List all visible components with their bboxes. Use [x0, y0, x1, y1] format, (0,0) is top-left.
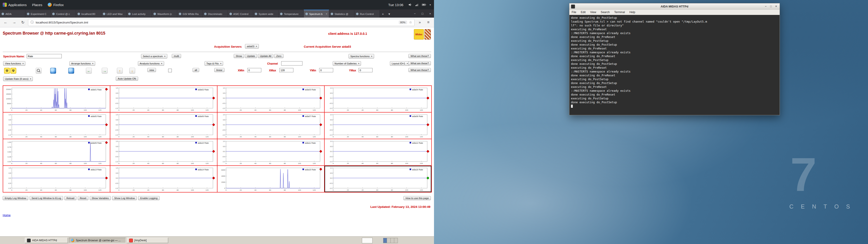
- footer-button[interactable]: Send Log Window to ELog: [30, 196, 63, 200]
- blue-sphere-icon-1[interactable]: [50, 68, 56, 74]
- back-button[interactable]: ←: [2, 19, 9, 26]
- spectra-functions-dropdown[interactable]: Spectra functions ▾: [348, 54, 374, 59]
- browser-tab[interactable]: Waveform (c: [152, 10, 177, 18]
- checkbox[interactable]: [168, 69, 172, 72]
- browser-tab[interactable]: Statistics @: [329, 10, 354, 18]
- terminal-menu-terminal[interactable]: Terminal: [614, 11, 625, 14]
- volume-icon[interactable]: [408, 3, 412, 6]
- ymax-input[interactable]: [359, 68, 373, 72]
- footer-button[interactable]: Show Log Window: [112, 196, 137, 200]
- midas-logo-icon[interactable]: Midas: [414, 29, 424, 39]
- terminal-menu-file[interactable]: File: [572, 11, 576, 14]
- spectrum-chart-aida12[interactable]: 1.00.50.0-0.5-1.0020406080100120aida12 R…: [324, 139, 432, 165]
- spectrum-chart-aida14[interactable]: 1.00.50.0-0.5-1.0020406080100120aida14 R…: [110, 165, 217, 192]
- footer-button[interactable]: Empty Log Window: [3, 196, 28, 200]
- multi-button[interactable]: multi: [172, 54, 181, 58]
- acquisition-server-select[interactable]: aida03 ▾: [245, 44, 259, 49]
- home-link[interactable]: Home: [3, 214, 11, 217]
- browser-tab[interactable]: System wide: [253, 10, 278, 18]
- reload-button[interactable]: ↻: [20, 19, 26, 26]
- what-are-these-button-3[interactable]: What are these?: [408, 68, 431, 72]
- xmin-input[interactable]: [247, 68, 261, 72]
- forward-button[interactable]: →: [11, 19, 18, 26]
- close-button[interactable]: ×: [426, 9, 434, 18]
- hamburger-menu-icon[interactable]: ≡: [425, 19, 432, 26]
- layout-id-dropdown[interactable]: Layout ID=1▾: [390, 61, 410, 66]
- browser-tab[interactable]: localhost:80: [76, 10, 101, 18]
- zoom-icon[interactable]: [36, 68, 41, 74]
- terminal-window[interactable]: AIDA MIDAS HTTPd − □ × FileEditViewSearc…: [569, 3, 780, 115]
- spectrum-chart-aida07[interactable]: 1.00.50.0-0.5-1.0020406080100120aida07 R…: [217, 112, 324, 139]
- update-all-button[interactable]: Update All: [258, 54, 273, 58]
- browser-tab[interactable]: GSI White Ra: [177, 10, 203, 18]
- browser-tab[interactable]: AIDA: [0, 10, 25, 18]
- tags-fits-dropdown[interactable]: Tags & Fits▾: [205, 61, 223, 66]
- workspace-3[interactable]: [391, 238, 394, 243]
- move-down-icon[interactable]: ↓: [129, 68, 135, 74]
- url-text[interactable]: localhost:8015/Spectrum/Spectrum.tml: [36, 21, 397, 24]
- view-functions-dropdown[interactable]: View functions▾: [3, 61, 25, 66]
- panel-caret-icon[interactable]: ▾: [430, 3, 431, 6]
- site-info-icon[interactable]: ⓘ: [31, 20, 34, 24]
- zero-button[interactable]: Zero: [274, 54, 283, 58]
- tab-close-icon[interactable]: ×: [325, 12, 327, 16]
- show-button[interactable]: Show: [234, 54, 244, 58]
- firefox-launcher[interactable]: Firefox: [45, 0, 66, 9]
- what-are-these-button-1[interactable]: What are these?: [408, 54, 431, 58]
- applications-menu[interactable]: Applications: [0, 0, 29, 9]
- browser-tab[interactable]: Discriminato: [203, 10, 228, 18]
- ymin-input[interactable]: [319, 68, 333, 72]
- how-to-use-button[interactable]: How to use this page: [403, 196, 431, 200]
- workspace-1[interactable]: [383, 238, 387, 243]
- spectrum-chart-aida01[interactable]: 20000150001000050000020406080100120aida0…: [3, 86, 110, 112]
- terminal-titlebar[interactable]: AIDA MIDAS HTTPd − □ ×: [569, 3, 780, 9]
- footer-button[interactable]: Reload: [64, 196, 76, 200]
- auto-update-button[interactable]: Auto Update ON: [116, 77, 138, 81]
- spectrum-chart-aida03[interactable]: 1.00.50.0-0.5-1.0020406080100120aida03 R…: [217, 86, 324, 112]
- spectrum-chart-aida10[interactable]: 1.00.50.0-0.5-1.0020406080100120aida10 R…: [110, 139, 217, 165]
- spectrum-chart-aida06[interactable]: 1.00.50.0-0.5-1.0020406080100120aida06 R…: [110, 112, 217, 139]
- next-gallery-icon[interactable]: →: [102, 68, 107, 74]
- url-bar[interactable]: ⓘ localhost:8015/Spectrum/Spectrum.tml 8…: [28, 19, 414, 26]
- new-button[interactable]: new: [147, 68, 156, 72]
- spectrum-chart-aida08[interactable]: 1.00.50.0-0.5-1.0020406080100120aida08 R…: [324, 112, 432, 139]
- spectrum-chart-aida04[interactable]: 1.00.50.0-0.5-1.0020406080100120aida04 R…: [324, 86, 432, 112]
- spectrum-name-input[interactable]: [27, 54, 62, 58]
- spectrum-chart-aida15[interactable]: 6000400020000020406080100120aida15 Rate: [217, 165, 324, 192]
- overflow-menu-icon[interactable]: »: [416, 19, 423, 26]
- update-button[interactable]: Update: [245, 54, 257, 58]
- arrange-functions-dropdown[interactable]: Arrange functions▾: [69, 61, 95, 66]
- tab-list-button[interactable]: ▾: [386, 10, 393, 18]
- all-button[interactable]: all: [193, 68, 199, 72]
- browser-tab[interactable]: ASIC Control: [228, 10, 253, 18]
- what-are-these-button-2[interactable]: What are these?: [408, 61, 431, 65]
- new-tab-button[interactable]: +: [380, 10, 386, 18]
- taskbar-item[interactable]: AIDA MIDAS HTTPd: [25, 238, 68, 243]
- analysis-functions-dropdown[interactable]: Analysis functions▾: [138, 61, 164, 66]
- terminal-menu-help[interactable]: Help: [629, 11, 635, 14]
- zoom-level[interactable]: 80%: [399, 21, 407, 24]
- browser-tab[interactable]: LED and Wav: [101, 10, 127, 18]
- battery-icon[interactable]: [422, 3, 426, 6]
- move-up-icon[interactable]: ↑: [117, 68, 123, 74]
- places-menu[interactable]: Places: [29, 0, 45, 9]
- prev-gallery-icon[interactable]: ←: [86, 68, 92, 74]
- workspace-2[interactable]: [387, 238, 391, 243]
- spectrum-chart-aida02[interactable]: 1.00.50.0-0.5-1.0020406080100120aida02 R…: [110, 86, 217, 112]
- midas-logo-2-icon[interactable]: [425, 29, 431, 39]
- select-spectrum-dropdown[interactable]: Select a spectrum ▾: [141, 54, 167, 59]
- bookmark-star-icon[interactable]: ☆: [409, 20, 412, 24]
- channel-input[interactable]: [281, 61, 303, 65]
- browser-tab[interactable]: Lost activity: [127, 10, 152, 18]
- blue-sphere-icon-2[interactable]: [68, 68, 74, 74]
- browser-tab[interactable]: Experiment C: [25, 10, 51, 18]
- spectrum-chart-aida13[interactable]: 1.00.50.0-0.5-1.0020406080100120aida13 R…: [3, 165, 110, 192]
- terminal-minimize-button[interactable]: −: [764, 4, 768, 8]
- number-of-galleries-dropdown[interactable]: Number of Galleries▾: [333, 61, 361, 66]
- taskbar-item[interactable]: Spectrum Browser @ carme-gsi — ...: [69, 238, 126, 243]
- network-icon[interactable]: [415, 3, 418, 6]
- terminal-menu-edit[interactable]: Edit: [581, 11, 586, 14]
- radioactive-icon-2[interactable]: ☢: [10, 68, 16, 74]
- footer-button[interactable]: Show Variables: [90, 196, 111, 200]
- maximize-button[interactable]: □: [418, 9, 426, 18]
